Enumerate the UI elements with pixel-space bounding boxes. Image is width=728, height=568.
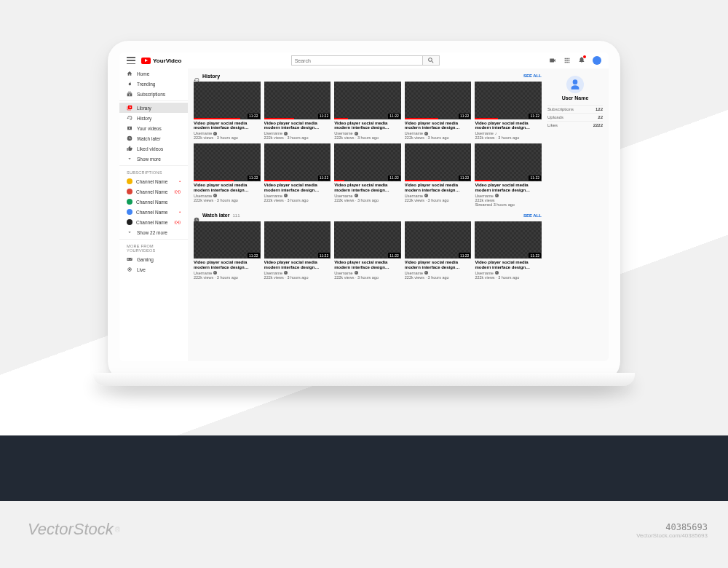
nav-label: Watch later [137, 136, 161, 141]
video-card[interactable]: 11:22 Video player social media modern i… [264, 143, 331, 206]
sidebar-subscription-item[interactable]: Channel Name [119, 197, 188, 207]
nav-trending[interactable]: Trending [119, 79, 188, 89]
video-title: Video player social media modern interfa… [194, 121, 261, 131]
video-title: Video player social media modern interfa… [264, 183, 331, 193]
section-title: History [202, 74, 220, 79]
channel-avatar-icon [127, 189, 132, 194]
video-duration: 11:22 [248, 114, 260, 119]
progress-bar [194, 118, 240, 119]
search-input[interactable] [291, 55, 422, 66]
user-avatar[interactable] [593, 56, 601, 65]
video-grid-watchlater: 11:22 Video player social media modern i… [194, 221, 542, 280]
nav-history[interactable]: History [119, 113, 188, 123]
channel-name: Channel Name [136, 220, 167, 225]
progress-bar [405, 180, 441, 181]
video-duration: 11:22 [248, 175, 260, 181]
create-video-icon[interactable] [549, 57, 556, 64]
nav-subscriptions[interactable]: Subscriptions [119, 89, 188, 99]
video-duration: 11:22 [529, 114, 541, 119]
video-card[interactable]: 11:22 Video player social media modern i… [194, 221, 261, 280]
verified-icon [284, 132, 288, 135]
profile-stat-row: Subscriptions122 [547, 105, 603, 113]
laptop-base [93, 373, 635, 386]
app-screen: YourVideo Home Trending [119, 52, 609, 361]
video-thumbnail: 11:22 [475, 82, 542, 119]
video-title: Video player social media modern interfa… [405, 121, 472, 131]
video-thumbnail: 11:22 [405, 82, 472, 119]
progress-bar [334, 118, 347, 119]
nav-liked[interactable]: Liked videos [119, 143, 188, 154]
video-meta: 222k views · 3 hours ago [334, 275, 401, 280]
video-card[interactable]: 11:22 Video player social media modern i… [475, 82, 542, 140]
video-meta: 222k views · 3 hours ago [405, 198, 472, 202]
profile-avatar-icon[interactable] [566, 76, 584, 93]
video-card[interactable]: 11:22 Video player social media modern i… [405, 82, 472, 140]
apps-icon[interactable] [563, 57, 571, 64]
watermark-serial: 40385693 VectorStock.com/40385693 [636, 522, 708, 539]
stat-value: 2222 [593, 123, 603, 127]
nav-watch-later[interactable]: Watch later [119, 133, 188, 143]
menu-icon[interactable] [127, 57, 135, 64]
verified-icon [495, 271, 499, 275]
search-button[interactable] [422, 55, 440, 66]
video-card[interactable]: 11:22 Video player social media modern i… [334, 143, 401, 206]
nav-label: Home [137, 71, 149, 76]
nav-your-videos[interactable]: Your videos [119, 123, 188, 133]
watermark-attr: VectorStock.com/40385693 [636, 532, 708, 539]
notifications-icon[interactable] [578, 56, 585, 65]
subs-header: SUBSCRIPTIONS [119, 167, 188, 176]
video-meta: 222k views · 3 hours ago [194, 135, 261, 140]
main-area: History SEE ALL 11:22 Video player socia… [188, 68, 609, 361]
video-card[interactable]: 11:22 Video player social media modern i… [475, 221, 542, 280]
nav-label: Library [137, 106, 151, 111]
video-duration: 11:22 [529, 175, 541, 181]
progress-bar [194, 180, 234, 181]
video-thumbnail: 11:22 [194, 143, 261, 181]
live-badge: • [179, 179, 181, 184]
nav-label: Trending [137, 82, 155, 87]
nav-library[interactable]: Library [119, 103, 188, 113]
sidebar-subscription-item[interactable]: Channel Name((•)) [119, 217, 188, 227]
sidebar-subscription-item[interactable]: Channel Name• [119, 207, 188, 217]
video-card[interactable]: 11:22 Video player social media modern i… [405, 221, 472, 280]
nav-live[interactable]: Live [119, 264, 188, 275]
video-title: Video player social media modern interfa… [264, 260, 331, 270]
section-header-watchlater: Watch later 111 SEE ALL [194, 213, 542, 218]
video-card[interactable]: 11:22 Video player social media modern i… [405, 143, 472, 206]
nav-label: Gaming [137, 257, 154, 262]
video-meta: 222k views · 3 hours ago [405, 135, 472, 140]
video-card[interactable]: 11:22 Video player social media modern i… [334, 82, 401, 140]
video-card[interactable]: 11:22 Video player social media modern i… [334, 221, 401, 280]
video-thumbnail: 11:22 [334, 143, 401, 181]
video-card[interactable]: 11:22 Video player social media modern i… [264, 221, 331, 280]
nav-show-more[interactable]: Show more [119, 154, 188, 164]
video-thumbnail: 11:22 [264, 82, 331, 119]
stat-value: 122 [596, 107, 603, 111]
video-card[interactable]: 11:22 Video player social media modern i… [475, 143, 542, 206]
sidebar-subscription-item[interactable]: Channel Name• [119, 176, 188, 186]
video-card[interactable]: 11:22 Video player social media modern i… [194, 82, 261, 140]
nav-show-more-subs[interactable]: Show 22 more [119, 227, 188, 237]
brand-logo[interactable]: YourVideo [141, 58, 181, 64]
video-title: Video player social media modern interfa… [475, 260, 542, 270]
live-badge: • [179, 210, 181, 214]
channel-avatar-icon [127, 209, 132, 215]
nav-label: Live [137, 267, 146, 272]
watermark-brand: VectorStock [28, 520, 114, 539]
nav-home[interactable]: Home [119, 68, 188, 79]
laptop-frame: YourVideo Home Trending [108, 41, 620, 382]
video-title: Video player social media modern interfa… [405, 260, 472, 270]
video-card[interactable]: 11:22 Video player social media modern i… [194, 143, 261, 206]
video-meta: Streamed 3 hours ago [475, 202, 542, 207]
stat-label: Subscriptions [547, 107, 574, 111]
search-box [291, 55, 440, 66]
nav-gaming[interactable]: Gaming [119, 254, 188, 264]
see-all-link[interactable]: SEE ALL [523, 74, 542, 78]
top-right-actions [549, 56, 601, 65]
watermark: VectorStock® [28, 520, 120, 539]
sidebar-subscription-item[interactable]: Channel Name((•)) [119, 186, 188, 197]
video-duration: 11:22 [459, 253, 471, 258]
video-card[interactable]: 11:22 Video player social media modern i… [264, 82, 331, 140]
channel-name: Channel Name [136, 179, 167, 184]
see-all-link[interactable]: SEE ALL [523, 213, 542, 218]
